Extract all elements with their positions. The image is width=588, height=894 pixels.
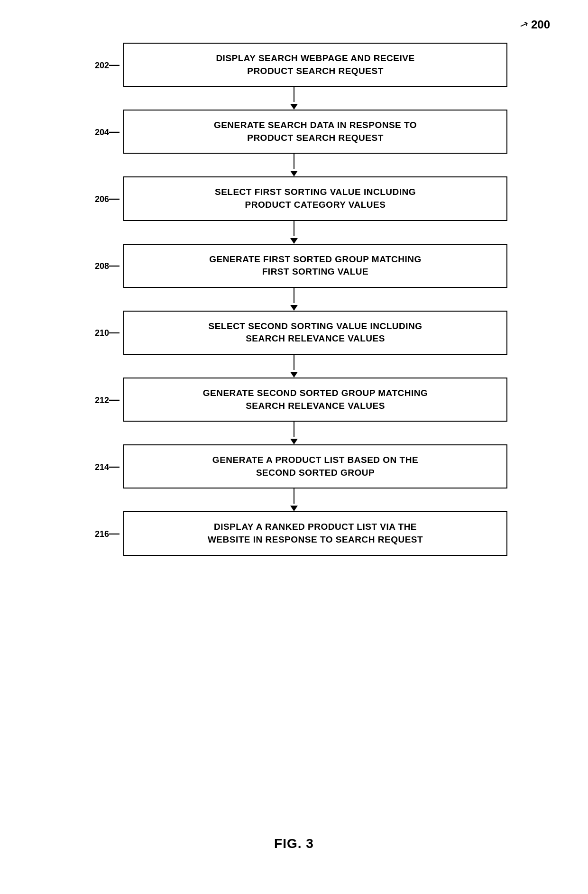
step-214-label: 214— [81, 461, 123, 473]
step-214: 214—GENERATE A PRODUCT LIST BASED ON THE… [81, 444, 507, 488]
step-208-label: 208— [81, 259, 123, 272]
step-204: 204—GENERATE SEARCH DATA IN RESPONSE TO … [81, 110, 507, 154]
arrow-4 [81, 355, 507, 378]
step-216-label: 216— [81, 527, 123, 540]
page: ↙ 200 202—DISPLAY SEARCH WEBPAGE AND REC… [0, 0, 588, 894]
step-206-box: SELECT FIRST SORTING VALUE INCLUDING PRO… [123, 176, 507, 221]
step-202-label: 202— [81, 59, 123, 71]
step-204-box: GENERATE SEARCH DATA IN RESPONSE TO PROD… [123, 110, 507, 154]
step-212: 212—GENERATE SECOND SORTED GROUP MATCHIN… [81, 378, 507, 422]
step-204-label: 204— [81, 126, 123, 138]
arrow-2 [81, 221, 507, 244]
arrow-1 [81, 154, 507, 176]
step-202-box: DISPLAY SEARCH WEBPAGE AND RECEIVE PRODU… [123, 43, 507, 87]
step-212-label: 212— [81, 394, 123, 406]
step-216: 216—DISPLAY A RANKED PRODUCT LIST VIA TH… [81, 511, 507, 555]
arrow-3 [81, 288, 507, 311]
step-210: 210—SELECT SECOND SORTING VALUE INCLUDIN… [81, 311, 507, 355]
step-210-label: 210— [81, 326, 123, 339]
step-206: 206—SELECT FIRST SORTING VALUE INCLUDING… [81, 176, 507, 221]
step-202: 202—DISPLAY SEARCH WEBPAGE AND RECEIVE P… [81, 43, 507, 87]
figure-number-container: ↙ 200 [520, 18, 550, 31]
step-214-box: GENERATE A PRODUCT LIST BASED ON THE SEC… [123, 444, 507, 488]
step-216-box: DISPLAY A RANKED PRODUCT LIST VIA THE WE… [123, 511, 507, 555]
arrow-6 [81, 488, 507, 511]
flowchart: 202—DISPLAY SEARCH WEBPAGE AND RECEIVE P… [81, 43, 507, 556]
step-208: 208—GENERATE FIRST SORTED GROUP MATCHING… [81, 244, 507, 288]
arrow-5 [81, 422, 507, 444]
figure-arrow: ↙ [518, 18, 530, 32]
figure-caption: FIG. 3 [274, 836, 314, 851]
arrow-0 [81, 87, 507, 110]
step-212-box: GENERATE SECOND SORTED GROUP MATCHING SE… [123, 378, 507, 422]
step-208-box: GENERATE FIRST SORTED GROUP MATCHING FIR… [123, 244, 507, 288]
figure-number: 200 [531, 18, 550, 31]
step-206-label: 206— [81, 193, 123, 205]
step-210-box: SELECT SECOND SORTING VALUE INCLUDING SE… [123, 311, 507, 355]
